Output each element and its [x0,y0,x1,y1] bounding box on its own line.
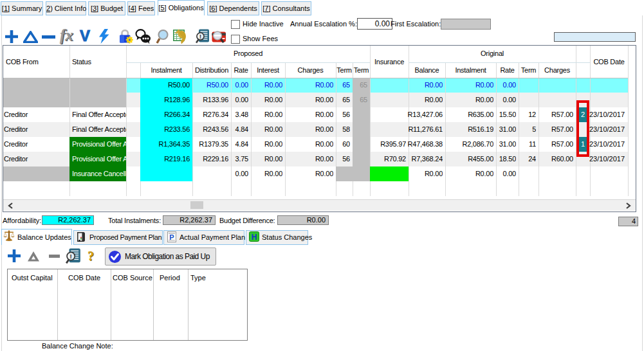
svg-text:P: P [169,233,174,241]
svg-text:H: H [252,233,257,242]
svg-text:!: ! [199,33,201,40]
svg-text:!: ! [70,253,72,260]
